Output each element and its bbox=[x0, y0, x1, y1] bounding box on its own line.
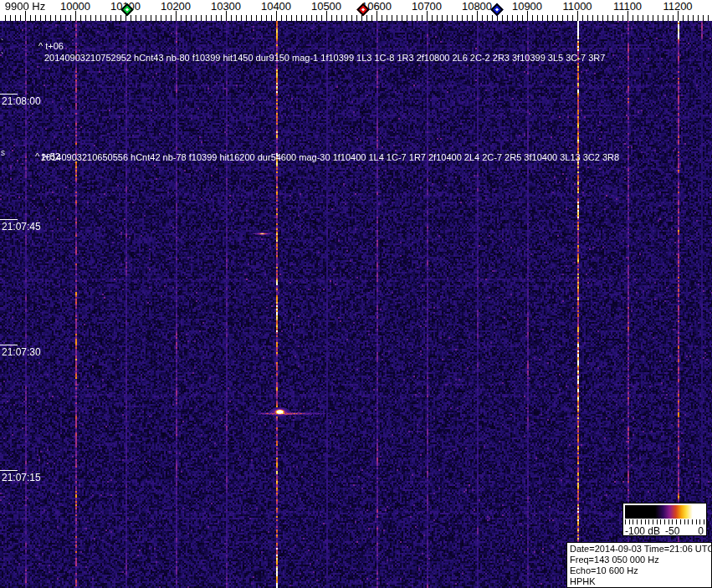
info-date-time: Date=2014-09-03 Time=21:06 UTC bbox=[570, 544, 711, 555]
detection-1-data: 20140903210752952 hCnt43 nb-80 f10399 hi… bbox=[44, 53, 605, 63]
ruler-minor-tick bbox=[663, 15, 663, 21]
ruler-minor-tick bbox=[653, 15, 653, 21]
time-tick-line bbox=[0, 94, 18, 95]
frequency-ruler[interactable]: 9900 Hz100001010010200103001040010500106… bbox=[0, 0, 712, 21]
time-tick-line bbox=[0, 219, 18, 220]
ruler-minor-tick bbox=[467, 15, 468, 21]
frequency-tick-label: 10800 bbox=[462, 0, 492, 13]
frequency-tick-label: 10000 bbox=[60, 0, 90, 13]
ruler-minor-tick bbox=[10, 15, 11, 21]
ruler-minor-tick bbox=[537, 15, 538, 21]
ruler-minor-tick bbox=[336, 15, 337, 21]
ruler-minor-tick bbox=[261, 15, 262, 21]
legend-tick bbox=[660, 519, 661, 524]
ruler-minor-tick bbox=[547, 15, 548, 21]
ruler-minor-tick bbox=[105, 15, 106, 21]
color-scale-labels: -100 dB -50 0 bbox=[623, 525, 706, 536]
ruler-minor-tick bbox=[110, 15, 111, 21]
ruler-minor-tick bbox=[186, 15, 187, 21]
legend-tick bbox=[648, 519, 649, 524]
frequency-tick-label: 10400 bbox=[261, 0, 291, 13]
marker-blue-diamond-icon[interactable] bbox=[490, 3, 504, 17]
ruler-minor-tick bbox=[266, 15, 267, 21]
time-tick-line bbox=[0, 345, 18, 345]
ruler-minor-tick bbox=[557, 15, 558, 21]
ruler-minor-tick bbox=[246, 15, 247, 21]
legend-tick bbox=[680, 519, 681, 524]
ruler-minor-tick bbox=[517, 15, 518, 21]
ruler-minor-tick bbox=[447, 15, 448, 21]
ruler-minor-tick bbox=[35, 15, 36, 21]
ruler-minor-tick bbox=[532, 15, 533, 21]
ruler-minor-tick bbox=[552, 15, 553, 21]
edge-mark: s bbox=[1, 148, 5, 157]
ruler-minor-tick bbox=[567, 15, 568, 21]
ruler-minor-tick bbox=[291, 15, 292, 21]
radio-meteor-waterfall-window: 9900 Hz100001010010200103001040010500106… bbox=[0, 0, 712, 588]
frequency-tick-label: 10200 bbox=[161, 0, 191, 13]
ruler-minor-tick bbox=[181, 15, 182, 21]
info-frequency: Freq=143 050 000 Hz bbox=[570, 555, 711, 565]
legend-tick bbox=[653, 519, 653, 524]
ruler-minor-tick bbox=[668, 15, 668, 21]
ruler-minor-tick bbox=[346, 15, 347, 21]
ruler-minor-tick bbox=[95, 15, 96, 21]
ruler-minor-tick bbox=[648, 15, 648, 21]
detection-1-tag: ^ t+06 bbox=[38, 41, 64, 51]
ruler-minor-tick bbox=[592, 15, 593, 21]
ruler-minor-tick bbox=[191, 15, 192, 21]
legend-tick bbox=[664, 519, 665, 524]
ruler-minor-tick bbox=[472, 15, 473, 21]
color-scale-legend: -100 dB -50 0 bbox=[622, 503, 707, 536]
ruler-minor-tick bbox=[487, 15, 488, 21]
legend-tick bbox=[704, 519, 704, 524]
legend-label-min: -100 dB bbox=[625, 525, 660, 537]
ruler-minor-tick bbox=[351, 15, 352, 21]
ruler-minor-tick bbox=[241, 15, 242, 21]
ruler-minor-tick bbox=[206, 15, 207, 21]
ruler-minor-tick bbox=[673, 15, 674, 21]
ruler-minor-tick bbox=[582, 15, 583, 21]
ruler-minor-tick bbox=[115, 15, 116, 21]
waterfall-canvas[interactable] bbox=[0, 21, 712, 588]
ruler-minor-tick bbox=[587, 15, 588, 21]
ruler-minor-tick bbox=[5, 15, 6, 21]
ruler-minor-tick bbox=[452, 15, 453, 21]
ruler-minor-tick bbox=[120, 15, 121, 21]
legend-tick bbox=[672, 519, 673, 524]
ruler-minor-tick bbox=[55, 15, 56, 21]
legend-tick bbox=[688, 519, 689, 524]
ruler-minor-tick bbox=[216, 15, 217, 21]
ruler-minor-tick bbox=[382, 15, 382, 21]
frequency-tick-label: 11000 bbox=[562, 0, 592, 13]
ruler-minor-tick bbox=[683, 15, 684, 21]
ruler-minor-tick bbox=[80, 15, 81, 21]
ruler-minor-tick bbox=[638, 15, 638, 21]
ruler-minor-tick bbox=[161, 15, 161, 21]
edge-mark: ` bbox=[1, 38, 3, 48]
info-echo-freq: Echo=10 600 Hz bbox=[570, 565, 711, 576]
frequency-tick-label: 10500 bbox=[311, 0, 341, 13]
ruler-minor-tick bbox=[256, 15, 257, 21]
ruler-minor-tick bbox=[60, 15, 61, 21]
ruler-minor-tick bbox=[311, 15, 312, 21]
ruler-minor-tick bbox=[432, 15, 433, 21]
ruler-minor-tick bbox=[100, 15, 101, 21]
legend-tick bbox=[676, 519, 677, 524]
legend-tick bbox=[657, 519, 658, 524]
legend-tick bbox=[637, 519, 638, 524]
ruler-minor-tick bbox=[607, 15, 608, 21]
ruler-minor-tick bbox=[70, 15, 71, 21]
ruler-minor-tick bbox=[366, 15, 367, 21]
ruler-minor-tick bbox=[703, 15, 704, 21]
ruler-minor-tick bbox=[572, 15, 573, 21]
ruler-minor-tick bbox=[402, 15, 402, 21]
ruler-minor-tick bbox=[708, 15, 709, 21]
ruler-minor-tick bbox=[462, 15, 463, 21]
legend-tick bbox=[668, 519, 669, 524]
ruler-minor-tick bbox=[622, 15, 623, 21]
ruler-minor-tick bbox=[512, 15, 513, 21]
legend-tick bbox=[699, 519, 700, 524]
ruler-minor-tick bbox=[457, 15, 458, 21]
legend-label-max: 0 bbox=[698, 525, 704, 537]
